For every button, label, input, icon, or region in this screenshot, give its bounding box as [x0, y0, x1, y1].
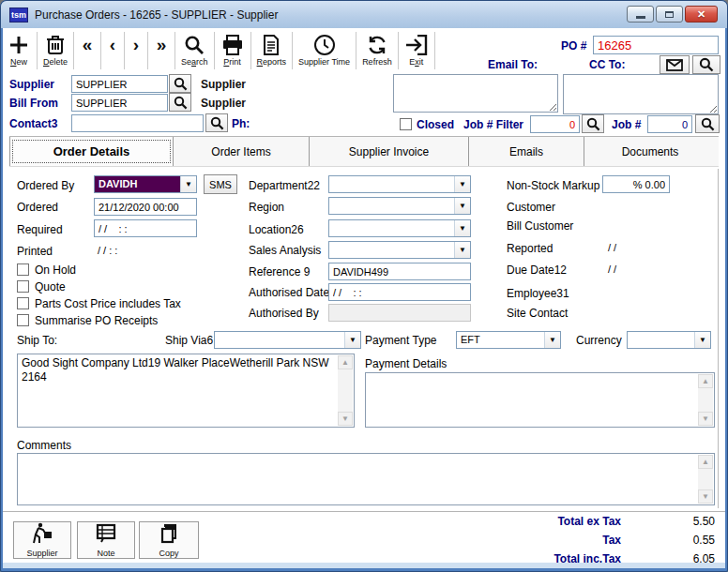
scroll-up-icon[interactable]: ▲ — [698, 455, 713, 469]
supplier-time-button[interactable]: Supplier Time — [295, 31, 354, 72]
ship-to-scrollbar[interactable]: ▲ ▼ — [338, 355, 353, 426]
double-chevron-right-icon: » — [157, 33, 167, 57]
region-select[interactable]: ▼ — [328, 197, 471, 215]
supplier-lookup-button[interactable] — [169, 74, 191, 93]
cc-to-label: CC To: — [589, 58, 625, 71]
on-hold-label: On Hold — [35, 263, 76, 277]
nav-last-button[interactable]: » — [150, 31, 173, 72]
maximize-icon — [665, 11, 674, 18]
nav-next-button[interactable]: › — [127, 31, 145, 72]
search-icon — [210, 116, 224, 130]
scroll-down-icon[interactable]: ▼ — [338, 412, 353, 426]
reference-field[interactable] — [328, 263, 471, 280]
refresh-button[interactable]: Refresh — [358, 31, 396, 72]
payment-details-field[interactable]: ▲ ▼ — [365, 372, 715, 428]
nav-first-button[interactable]: « — [76, 31, 99, 72]
authorised-by-label: Authorised By — [249, 307, 319, 320]
scroll-up-icon[interactable]: ▲ — [698, 374, 713, 388]
payment-type-select[interactable]: EFT ▼ — [456, 331, 561, 349]
printed-value: / / : : — [98, 245, 117, 256]
scroll-down-icon[interactable]: ▼ — [698, 489, 713, 504]
ordered-label: Ordered — [17, 201, 58, 214]
chevron-down-icon[interactable]: ▼ — [454, 198, 470, 214]
job-number-lookup-button[interactable] — [695, 114, 720, 133]
currency-select[interactable]: ▼ — [627, 331, 711, 349]
chevron-down-icon[interactable]: ▼ — [454, 220, 470, 236]
on-hold-checkbox[interactable] — [17, 263, 29, 276]
ship-to-field[interactable]: Good Sight Company Ltd19 Walker PlaceWet… — [17, 354, 355, 428]
scroll-down-icon[interactable]: ▼ — [698, 412, 713, 426]
department-select[interactable]: ▼ — [328, 175, 471, 193]
search-button[interactable]: Search — [177, 31, 212, 72]
chevron-down-icon[interactable]: ▼ — [454, 176, 470, 192]
minimize-icon — [636, 16, 645, 19]
job-number-field[interactable] — [647, 115, 692, 133]
location-select[interactable]: ▼ — [328, 219, 471, 237]
scroll-up-icon[interactable]: ▲ — [338, 355, 353, 369]
comments-field[interactable]: ▲ ▼ — [17, 453, 715, 505]
cc-to-field[interactable] — [563, 74, 719, 114]
job-filter-field[interactable] — [530, 115, 580, 133]
chevron-down-icon[interactable]: ▼ — [454, 242, 470, 258]
note-button[interactable]: Note — [77, 521, 135, 559]
authorised-date-field[interactable] — [328, 283, 471, 301]
close-button[interactable]: ✕ — [685, 6, 718, 23]
tab-order-details[interactable]: Order Details — [9, 137, 174, 166]
supplier-field[interactable] — [71, 75, 168, 93]
chevron-down-icon[interactable]: ▼ — [344, 332, 360, 348]
tab-order-items[interactable]: Order Items — [174, 137, 310, 166]
bill-from-field[interactable] — [71, 94, 168, 112]
maximize-button[interactable] — [656, 6, 683, 23]
payment-type-label: Payment Type — [365, 334, 437, 347]
total-ex-tax-value: 5.50 — [647, 515, 715, 528]
bill-from-lookup-button[interactable] — [169, 93, 191, 112]
tab-emails[interactable]: Emails — [469, 137, 584, 166]
exit-button[interactable]: Exit — [401, 31, 432, 72]
new-button[interactable]: New — [3, 31, 35, 72]
quote-checkbox[interactable] — [17, 280, 29, 293]
employee-label: Employee31 — [507, 287, 569, 300]
nav-prev-button[interactable]: ‹ — [103, 31, 122, 72]
sales-analysis-select[interactable]: ▼ — [328, 241, 471, 259]
chevron-down-icon[interactable]: ▼ — [694, 332, 710, 348]
closed-checkbox[interactable] — [400, 118, 412, 130]
ship-to-label: Ship To: — [17, 334, 57, 347]
ordered-date-field[interactable] — [94, 198, 197, 216]
supplier-footer-button[interactable]: Supplier — [13, 521, 71, 559]
minimize-button[interactable] — [627, 6, 654, 23]
sms-button[interactable]: SMS — [204, 174, 237, 194]
po-number-field[interactable] — [593, 36, 719, 54]
payment-details-scrollbar[interactable]: ▲ ▼ — [698, 374, 713, 426]
chevron-down-icon[interactable]: ▼ — [180, 176, 196, 192]
comments-label: Comments — [17, 439, 71, 452]
non-stock-markup-field[interactable] — [602, 175, 670, 193]
ordered-by-label: Ordered By — [17, 179, 74, 192]
chevron-down-icon[interactable]: ▼ — [544, 332, 560, 348]
ship-via-label: Ship Via6 — [165, 334, 213, 347]
delete-button[interactable]: Delete — [39, 31, 71, 72]
due-date-label: Due Date12 — [507, 263, 567, 277]
reports-button[interactable]: Reports — [253, 31, 291, 72]
required-date-field[interactable] — [94, 219, 197, 237]
footer-divider — [3, 511, 725, 513]
email-send-button[interactable] — [660, 55, 690, 74]
comments-scrollbar[interactable]: ▲ ▼ — [698, 455, 713, 504]
print-button[interactable]: Print — [217, 31, 249, 72]
email-lookup-button[interactable] — [692, 55, 720, 74]
contact-lookup-button[interactable] — [205, 113, 228, 132]
tab-documents[interactable]: Documents — [584, 137, 716, 166]
summarise-po-receipts-checkbox[interactable] — [17, 314, 29, 326]
copy-button[interactable]: Copy — [139, 521, 199, 559]
titlebar[interactable]: tsm Purchase Orders - 16265 - SUPPLIER -… — [1, 1, 727, 28]
tab-strip: Order Details Order Items Supplier Invoi… — [9, 136, 719, 167]
job-filter-lookup-button[interactable] — [582, 114, 604, 133]
parts-cost-price-includes-tax-checkbox[interactable] — [17, 297, 29, 309]
chevron-right-icon: › — [133, 33, 139, 57]
contact-field[interactable] — [71, 114, 204, 132]
email-to-field[interactable] — [393, 74, 558, 113]
tab-supplier-invoice[interactable]: Supplier Invoice — [310, 137, 469, 166]
tax-value: 0.55 — [647, 534, 715, 547]
ordered-by-select[interactable]: DAVIDH ▼ — [94, 175, 197, 193]
ship-via-select[interactable]: ▼ — [214, 331, 361, 349]
parts-cost-price-includes-tax-label: Parts Cost Price includes Tax — [35, 297, 181, 310]
